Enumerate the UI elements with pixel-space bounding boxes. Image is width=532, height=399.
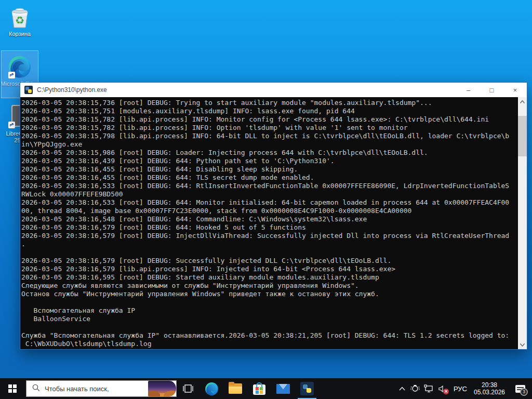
console-line: 2026-03-05 20:38:16,548 [root] DEBUG: 64… (21, 215, 517, 223)
console-line: 2026-03-05 20:38:16,579 [root] DEBUG: In… (21, 232, 517, 240)
console-line: 2026-03-05 20:38:16,579 [root] DEBUG: Su… (21, 257, 517, 265)
console-line: 2026-03-05 20:38:16,595 [root] DEBUG: St… (21, 273, 517, 282)
windows-logo-icon (8, 384, 17, 393)
window-title: C:\Python310\python.exe (37, 86, 107, 94)
console-line (21, 323, 517, 331)
notification-count-badge: 3 (520, 388, 528, 396)
console-line: . (21, 240, 517, 248)
window-titlebar[interactable]: C:\Python310\python.exe – □ × (20, 83, 527, 97)
console-line: C:\WbXUDubO\tlsdump\tlsdump.log (21, 340, 517, 348)
console-line: Служба "Вспомогательная служба IP" остан… (21, 331, 517, 340)
tray-volume-button[interactable]: ✕ (435, 378, 450, 399)
tray-language-indicator[interactable]: РУС (450, 378, 471, 399)
console-line: 2026-03-05 20:38:15,736 [root] DEBUG: Tr… (21, 99, 517, 107)
mail-icon (276, 384, 290, 394)
desktop-icon-recycle-bin[interactable]: ♻ Корзина (0, 5, 39, 37)
task-view-icon (182, 383, 194, 394)
maximize-button[interactable]: □ (480, 83, 503, 97)
scroll-down-icon[interactable] (518, 340, 527, 349)
python-console-icon (24, 86, 33, 94)
scrollbar-thumb[interactable] (518, 116, 527, 156)
console-line: 2026-03-05 20:38:15,798 [lib.api.process… (21, 132, 517, 140)
python-console-icon (300, 382, 314, 395)
search-icon (32, 384, 40, 394)
shortcut-arrow-icon (8, 122, 15, 128)
action-center-button[interactable]: 3 (508, 378, 532, 399)
file-explorer-icon (229, 383, 242, 394)
taskbar: ✕ РУС 20:38 05.03.2026 3 (0, 378, 532, 399)
network-icon (424, 384, 433, 393)
task-view-button[interactable] (177, 378, 200, 399)
clock-time: 20:38 (482, 381, 497, 389)
recycle-bin-icon: ♻ (8, 5, 32, 29)
taskbar-app-edge[interactable] (200, 378, 223, 399)
console-line: BalloonService (21, 315, 517, 323)
mute-badge: ✕ (443, 389, 449, 394)
edge-icon (8, 55, 32, 79)
console-body[interactable]: 2026-03-05 20:38:15,736 [root] DEBUG: Tr… (20, 97, 527, 349)
console-line: in\YPpQJggo.exe (21, 140, 517, 149)
console-line: 2026-03-05 20:38:15,782 [lib.api.process… (21, 124, 517, 132)
search-highlight-image[interactable] (148, 381, 176, 396)
console-line (21, 298, 517, 307)
console-line: 2026-03-05 20:38:16,533 [root] DEBUG: 64… (21, 198, 517, 207)
console-line: 00, thread 8004, image base 0x00007FF7C2… (21, 207, 517, 215)
chevron-up-icon (399, 387, 405, 391)
taskbar-app-store[interactable] (247, 378, 271, 399)
svg-text:♻: ♻ (15, 14, 24, 26)
console-line: 2026-03-05 20:38:16,439 [root] DEBUG: 64… (21, 157, 517, 165)
console-line: 2026-03-05 20:38:15,782 [lib.api.process… (21, 115, 517, 124)
scroll-up-icon[interactable] (518, 97, 527, 106)
tray-show-hidden-icons-button[interactable] (396, 378, 408, 399)
taskbar-app-python-console[interactable] (295, 378, 319, 399)
clock-date: 05.03.2026 (474, 389, 505, 396)
taskbar-app-file-explorer[interactable] (223, 378, 247, 399)
console-line: 2026-03-05 20:38:16,533 [root] DEBUG: 64… (21, 182, 517, 190)
tray-clock[interactable]: 20:38 05.03.2026 (471, 378, 508, 399)
console-line: 2026-03-05 20:38:16,455 [root] DEBUG: 64… (21, 174, 517, 182)
tray-network-button[interactable] (422, 378, 435, 399)
taskbar-app-mail[interactable] (271, 378, 295, 399)
console-window: C:\Python310\python.exe – □ × 2026-03-05… (20, 82, 527, 350)
recycle-bin-label: Корзина (0, 31, 39, 37)
meet-now-camera-icon (410, 384, 420, 393)
vertical-scrollbar[interactable] (518, 97, 527, 349)
console-line: 2026-03-05 20:38:16,579 [root] DEBUG: 64… (21, 223, 517, 232)
console-line: Останов службы "Инструментарий управлени… (21, 290, 517, 298)
console-line: 2026-03-05 20:38:16,579 [lib.api.process… (21, 265, 517, 273)
tray-meet-now-button[interactable] (408, 378, 422, 399)
edge-icon (205, 382, 219, 396)
search-input[interactable] (45, 385, 148, 393)
console-line: RWLock 0x00007FFEFE9BD500 (21, 190, 517, 198)
desktop: ♻ Корзина (0, 0, 532, 399)
console-line: 2026-03-05 20:38:15,986 [root] DEBUG: Lo… (21, 149, 517, 157)
console-output: 2026-03-05 20:38:15,736 [root] DEBUG: Tr… (21, 99, 517, 349)
console-line: 2026-03-05 20:38:16,455 [root] DEBUG: 64… (21, 165, 517, 174)
console-line: Вспомогательная служба IP (21, 307, 517, 315)
console-line: Следующие службы являются зависимыми от … (21, 282, 517, 290)
taskbar-search-box[interactable] (26, 380, 177, 397)
store-icon (253, 382, 265, 395)
console-line: 2026-03-05 20:38:15,751 [modules.auxilia… (21, 107, 517, 115)
close-button[interactable]: × (503, 83, 527, 97)
start-button[interactable] (0, 378, 25, 399)
console-line (21, 248, 517, 257)
minimize-button[interactable]: – (457, 83, 480, 97)
shortcut-arrow-icon (8, 72, 15, 78)
